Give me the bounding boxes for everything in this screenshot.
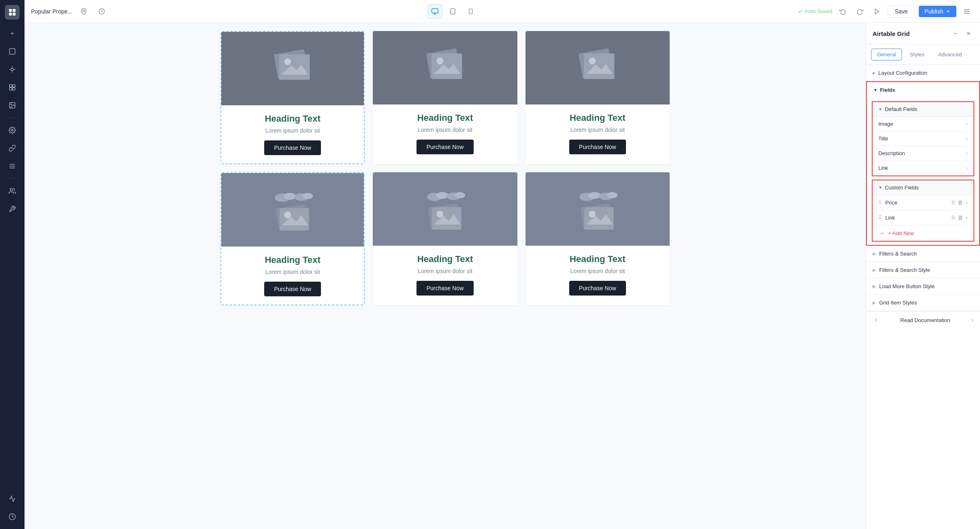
- panel-minimize-icon[interactable]: [951, 29, 960, 38]
- sidebar-item-add[interactable]: +: [5, 26, 20, 41]
- sidebar-divider-2: [6, 178, 18, 179]
- field-link-row[interactable]: Link ›: [873, 161, 973, 176]
- field-description-row[interactable]: Description ›: [873, 146, 973, 161]
- load-more-chevron-icon: ▶: [873, 284, 876, 289]
- layout-configuration-section[interactable]: ▶ Layout Configuration: [866, 65, 980, 81]
- panel-collapse-icon[interactable]: [873, 317, 879, 323]
- default-fields-header[interactable]: ▼ Default Fields: [873, 102, 973, 117]
- panel-close-icon[interactable]: [964, 29, 973, 38]
- topbar-menu-button[interactable]: [960, 5, 973, 18]
- grid-item-content-2-1: Heading Text Lorem ipsum dolor sit Purch…: [221, 247, 364, 305]
- fields-chevron-icon: ▼: [873, 88, 878, 92]
- desktop-device-btn[interactable]: [428, 4, 442, 19]
- purchase-btn-2-2[interactable]: Purchase Now: [416, 281, 473, 296]
- tab-styles[interactable]: Styles: [904, 49, 930, 60]
- app-logo[interactable]: [5, 5, 20, 20]
- sidebar-item-media[interactable]: [5, 98, 20, 113]
- purchase-btn-1-1[interactable]: Purchase Now: [264, 140, 321, 155]
- expand-price-icon[interactable]: ›: [966, 199, 968, 206]
- undo-button[interactable]: [836, 5, 849, 18]
- field-description-chevron-icon: ›: [966, 151, 968, 156]
- expand-link-icon[interactable]: ›: [966, 214, 968, 221]
- tablet-device-btn[interactable]: [445, 4, 460, 19]
- purchase-btn-1-2[interactable]: Purchase Now: [416, 140, 473, 154]
- grid-item-image-2-2: [373, 172, 517, 246]
- panel-tabs: General Styles Advanced: [866, 44, 980, 65]
- grid-item-content-1-1: Heading Text Lorem ipsum dolor sit Purch…: [221, 105, 364, 163]
- svg-rect-40: [432, 53, 462, 79]
- grid-item-1-2[interactable]: Heading Text Lorem ipsum dolor sit Purch…: [373, 31, 517, 164]
- sidebar-item-widgets[interactable]: [5, 80, 20, 95]
- sidebar-item-team[interactable]: [5, 184, 20, 198]
- main-area: Popular Prope...: [24, 0, 980, 529]
- copy-price-icon[interactable]: ⎘: [952, 199, 955, 206]
- delete-price-icon[interactable]: 🗑: [958, 199, 963, 206]
- svg-point-56: [436, 192, 448, 199]
- copy-link-icon[interactable]: ⎘: [952, 214, 955, 221]
- field-image-row[interactable]: Image ›: [873, 117, 973, 131]
- purchase-btn-1-3[interactable]: Purchase Now: [569, 140, 626, 154]
- fields-header[interactable]: ▼ Fields: [867, 82, 979, 98]
- filters-search-section[interactable]: ▶ Filters & Search: [866, 246, 980, 262]
- grid-item-2-1[interactable]: Heading Text Lorem ipsum dolor sit Purch…: [220, 172, 365, 305]
- custom-field-price-row[interactable]: ⠿ Price ⎘ 🗑 ›: [873, 195, 973, 210]
- svg-rect-4: [9, 49, 15, 54]
- tab-general[interactable]: General: [871, 49, 902, 60]
- sidebar-item-analytics[interactable]: [5, 491, 20, 506]
- delete-link-icon[interactable]: 🗑: [958, 214, 963, 221]
- sidebar-item-tools[interactable]: [5, 202, 20, 216]
- device-switcher: [113, 4, 793, 19]
- grid-item-image-2-1: [221, 173, 364, 247]
- read-docs-row[interactable]: Read Documentation ›: [866, 311, 980, 329]
- field-title-row[interactable]: Title ›: [873, 131, 973, 146]
- save-button[interactable]: Save: [888, 5, 915, 18]
- sidebar-item-settings[interactable]: [5, 123, 20, 138]
- grid-item-2-2[interactable]: Heading Text Lorem ipsum dolor sit Purch…: [373, 172, 517, 305]
- filters-search-style-label: Filters & Search Style: [879, 267, 930, 273]
- topbar-right: Auto Saved Save Publish: [797, 5, 973, 18]
- mobile-device-btn[interactable]: [463, 4, 478, 19]
- filters-search-style-chevron-icon: ▶: [873, 268, 876, 272]
- grid-item-image-2-3: [526, 172, 670, 246]
- image-placeholder-icon-2-1: [268, 187, 317, 232]
- grid-item-1-1[interactable]: Heading Text Lorem ipsum dolor sit Purch…: [220, 31, 365, 164]
- sidebar-item-components[interactable]: [5, 62, 20, 77]
- grid-item-image-1-1: [221, 32, 364, 105]
- custom-fields-header[interactable]: ▼ Custom Fields: [873, 180, 973, 195]
- svg-rect-13: [13, 88, 15, 90]
- redo-button[interactable]: [853, 5, 866, 18]
- grid-heading-2-1: Heading Text: [228, 255, 357, 265]
- custom-field-link-row[interactable]: ⠿ Link ⎘ 🗑 ›: [873, 210, 973, 225]
- grid-item-styles-section[interactable]: ▶ Grid Item Styles: [866, 295, 980, 311]
- publish-button[interactable]: Publish: [919, 6, 956, 17]
- svg-point-16: [11, 129, 13, 131]
- grid-item-2-3[interactable]: Heading Text Lorem ipsum dolor sit Purch…: [526, 172, 670, 305]
- default-fields-label: Default Fields: [885, 106, 917, 112]
- purchase-btn-2-1[interactable]: Purchase Now: [264, 282, 321, 296]
- preview-button[interactable]: [871, 5, 884, 18]
- read-docs-chevron-icon: ›: [971, 316, 973, 324]
- svg-point-61: [437, 211, 443, 218]
- grid-item-image-1-3: [526, 31, 670, 104]
- sidebar-item-integrations[interactable]: [5, 141, 20, 156]
- svg-point-48: [284, 193, 296, 200]
- sidebar-item-history[interactable]: [5, 509, 20, 524]
- grid-item-1-3[interactable]: Heading Text Lorem ipsum dolor sit Purch…: [526, 31, 670, 164]
- sidebar-item-layers[interactable]: [5, 44, 20, 59]
- tab-advanced[interactable]: Advanced: [932, 49, 968, 60]
- sidebar-item-pages[interactable]: [5, 159, 20, 173]
- filters-search-style-section[interactable]: ▶ Filters & Search Style: [866, 262, 980, 278]
- load-more-button-style-section[interactable]: ▶ Load More Button Style: [866, 278, 980, 295]
- grid-desc-2-1: Lorem ipsum dolor sit: [228, 269, 357, 275]
- right-panel: Airtable Grid General: [866, 23, 980, 529]
- panel-title: Airtable Grid: [873, 30, 910, 37]
- pin-button[interactable]: [77, 5, 90, 18]
- add-new-field-row[interactable]: → + Add New: [873, 225, 973, 241]
- field-link-label: Link: [878, 165, 888, 171]
- svg-rect-3: [13, 13, 16, 16]
- purchase-btn-2-3[interactable]: Purchase Now: [569, 281, 626, 296]
- history-button[interactable]: [95, 5, 108, 18]
- canvas: Heading Text Lorem ipsum dolor sit Purch…: [24, 23, 866, 529]
- field-image-chevron-icon: ›: [966, 121, 968, 127]
- sidebar-divider-1: [6, 118, 18, 118]
